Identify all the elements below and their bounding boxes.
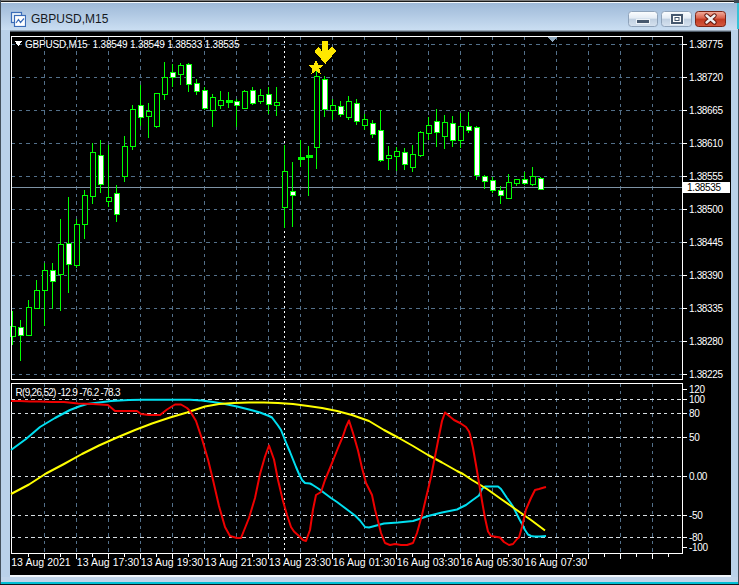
svg-text:13 Aug 19:30: 13 Aug 19:30 [141, 556, 204, 568]
svg-text:16 Aug 01:30: 16 Aug 01:30 [333, 556, 396, 568]
svg-text:1.38610: 1.38610 [689, 138, 723, 149]
svg-text:1.38775: 1.38775 [689, 39, 723, 50]
svg-text:1.38280: 1.38280 [689, 336, 723, 347]
svg-text:50: 50 [689, 432, 700, 443]
svg-text:1.38390: 1.38390 [689, 270, 723, 281]
svg-text:13 Aug 2021: 13 Aug 2021 [11, 556, 71, 568]
svg-text:1.38665: 1.38665 [689, 105, 723, 116]
svg-text:1.38445: 1.38445 [689, 237, 723, 248]
svg-text:80: 80 [689, 408, 700, 419]
svg-text:GBPUSD,M15 1.38549 1.38549 1.: GBPUSD,M15 1.38549 1.38549 1.38533 1.385… [25, 39, 240, 50]
svg-text:100: 100 [689, 394, 705, 405]
svg-text:1.38335: 1.38335 [689, 303, 723, 314]
svg-text:-50: -50 [689, 510, 703, 521]
svg-text:1.38535: 1.38535 [687, 182, 721, 193]
svg-text:13 Aug 17:30: 13 Aug 17:30 [77, 556, 140, 568]
svg-text:-100: -100 [689, 542, 708, 553]
svg-text:1.38720: 1.38720 [689, 72, 723, 83]
svg-text:1.38225: 1.38225 [689, 369, 723, 380]
svg-text:13 Aug 21:30: 13 Aug 21:30 [205, 556, 268, 568]
svg-text:16 Aug 03:30: 16 Aug 03:30 [397, 556, 460, 568]
svg-text:13 Aug 23:30: 13 Aug 23:30 [269, 556, 332, 568]
svg-text:1.38500: 1.38500 [689, 204, 723, 215]
svg-text:0.00: 0.00 [689, 471, 708, 482]
svg-text:16 Aug 05:30: 16 Aug 05:30 [461, 556, 524, 568]
svg-text:1.38555: 1.38555 [689, 171, 723, 182]
svg-text:16 Aug 07:30: 16 Aug 07:30 [525, 556, 588, 568]
svg-text:R(9,26,52) -12.9 -76.2 -78.3: R(9,26,52) -12.9 -76.2 -78.3 [16, 387, 121, 398]
